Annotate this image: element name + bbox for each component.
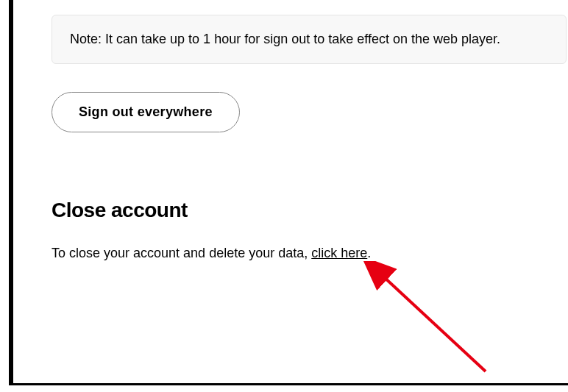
annotation-arrow-icon <box>338 261 500 386</box>
note-label: Note: <box>70 32 102 46</box>
page-left-border <box>9 0 13 383</box>
click-here-link[interactable]: click here <box>311 246 367 260</box>
note-box: Note: It can take up to 1 hour for sign … <box>52 15 567 64</box>
close-account-text-after: . <box>367 246 371 260</box>
svg-line-1 <box>383 276 486 371</box>
note-text: Note: It can take up to 1 hour for sign … <box>70 32 500 46</box>
close-account-text-before: To close your account and delete your da… <box>52 246 311 260</box>
sign-out-everywhere-button[interactable]: Sign out everywhere <box>52 92 240 132</box>
content-area: Note: It can take up to 1 hour for sign … <box>0 0 568 261</box>
close-account-text: To close your account and delete your da… <box>52 246 568 261</box>
page-bottom-border <box>9 383 568 385</box>
note-body: It can take up to 1 hour for sign out to… <box>102 32 500 46</box>
close-account-heading: Close account <box>52 199 568 222</box>
